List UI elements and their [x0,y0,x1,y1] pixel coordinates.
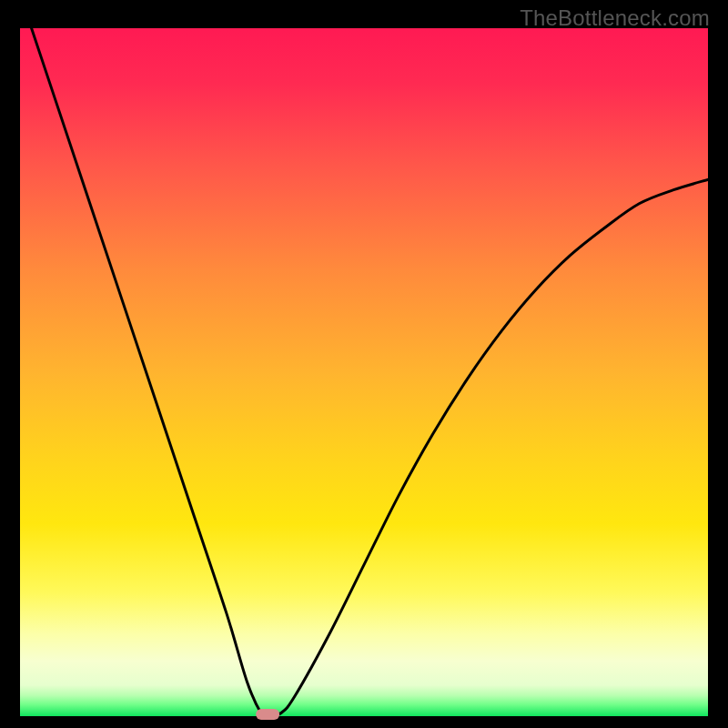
chart-svg [0,0,728,728]
bottleneck-chart: TheBottleneck.com [0,0,728,728]
watermark-text: TheBottleneck.com [520,5,710,31]
plot-area [20,28,708,716]
optimal-point-marker [256,709,279,720]
